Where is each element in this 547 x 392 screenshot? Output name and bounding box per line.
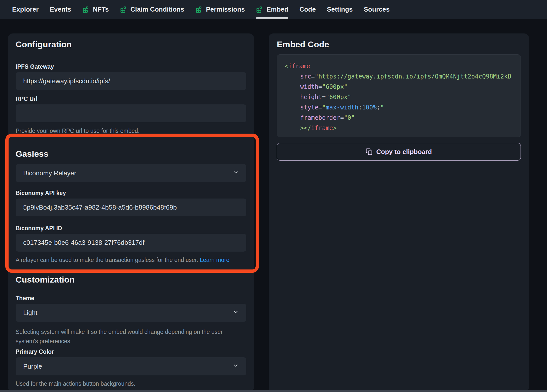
tab-label: Permissions — [206, 6, 245, 13]
rpc-url-label: RPC Url — [16, 95, 246, 103]
primary-color-label: Primary Color — [16, 348, 246, 356]
theme-select[interactable]: Light — [16, 304, 246, 322]
tab-settings[interactable]: Settings — [327, 0, 353, 19]
tab-sources[interactable]: Sources — [364, 0, 390, 19]
code-line: width="600px" — [285, 82, 521, 92]
tab-label: NFTs — [93, 6, 109, 13]
rpc-url-input[interactable] — [16, 104, 246, 122]
tab-code[interactable]: Code — [299, 0, 316, 19]
chevron-down-icon — [233, 169, 239, 175]
embed-code-panel: Embed Code <iframesrc="https://gateway.i… — [269, 33, 529, 392]
nav-tabs: ExplorerEvents NFTs Claim Conditions Per… — [12, 0, 390, 19]
biconomy-api-key-label: Biconomy API key — [16, 189, 246, 197]
extension-grid-icon — [120, 6, 127, 13]
tab-label: Events — [50, 6, 71, 13]
configuration-panel: Configuration IPFS Gateway RPC Url Provi… — [8, 33, 254, 392]
copy-button-label: Copy to clipboard — [376, 148, 432, 156]
tab-label: Embed — [266, 6, 288, 13]
code-line: <iframe — [285, 61, 521, 71]
gasless-helper: A relayer can be used to make the transa… — [16, 256, 246, 264]
learn-more-link[interactable]: Learn more — [200, 257, 229, 263]
tab-label: Sources — [364, 6, 390, 13]
tab-label: Explorer — [12, 6, 39, 13]
extension-grid-icon — [195, 6, 203, 13]
gasless-relayer-value: Biconomy Relayer — [23, 169, 76, 177]
chevron-down-icon — [233, 363, 239, 369]
chevron-slot — [233, 309, 239, 317]
primary-color-value: Purple — [23, 363, 42, 370]
primary-color-select[interactable]: Purple — [16, 357, 246, 375]
theme-value: Light — [23, 309, 37, 317]
biconomy-api-id-label: Biconomy API ID — [16, 224, 246, 232]
tab-nfts[interactable]: NFTs — [82, 0, 109, 19]
embed-code-block: <iframesrc="https://gateway.ipfscdn.io/i… — [277, 54, 521, 137]
tab-embed[interactable]: Embed — [256, 0, 288, 19]
theme-helper: Selecting system will make it so the emb… — [16, 327, 237, 346]
tab-claim-conditions[interactable]: Claim Conditions — [120, 0, 184, 19]
customization-title: Customization — [16, 274, 246, 285]
theme-label: Theme — [16, 294, 246, 302]
copy-to-clipboard-button[interactable]: Copy to clipboard — [277, 143, 521, 161]
tab-label: Claim Conditions — [130, 6, 184, 13]
code-line: ></iframe> — [285, 123, 521, 133]
embed-code-title: Embed Code — [277, 39, 521, 50]
rpc-url-helper: Provide your own RPC url to use for this… — [16, 127, 246, 135]
tab-explorer[interactable]: Explorer — [12, 0, 39, 19]
code-line: src="https://gateway.ipfscdn.io/ipfs/QmQ… — [285, 71, 521, 82]
tab-label: Code — [299, 6, 316, 13]
ipfs-gateway-label: IPFS Gateway — [16, 63, 246, 70]
code-line: frameborder="0" — [285, 113, 521, 123]
chevron-slot — [233, 169, 239, 177]
code-line: height="600px" — [285, 92, 521, 102]
tab-label: Settings — [327, 6, 353, 13]
configuration-title: Configuration — [16, 39, 246, 50]
chevron-down-icon — [233, 309, 239, 315]
horizontal-scrollbar[interactable] — [0, 390, 547, 392]
chevron-slot — [233, 363, 239, 370]
primary-color-helper: Used for the main actions button backgro… — [16, 380, 246, 387]
gasless-relayer-select[interactable]: Biconomy Relayer — [16, 164, 246, 182]
tab-permissions[interactable]: Permissions — [195, 0, 245, 19]
extension-grid-icon — [82, 6, 90, 13]
code-line: style="max-width:100%;" — [285, 102, 521, 113]
contract-tab-bar: ExplorerEvents NFTs Claim Conditions Per… — [0, 0, 547, 19]
biconomy-api-id-input[interactable] — [16, 234, 246, 252]
biconomy-api-key-input[interactable] — [16, 199, 246, 216]
copy-icon — [366, 148, 373, 155]
ipfs-gateway-input[interactable] — [16, 72, 246, 90]
extension-grid-icon — [256, 6, 263, 13]
tab-events[interactable]: Events — [50, 0, 71, 19]
gasless-title: Gasless — [16, 148, 246, 159]
